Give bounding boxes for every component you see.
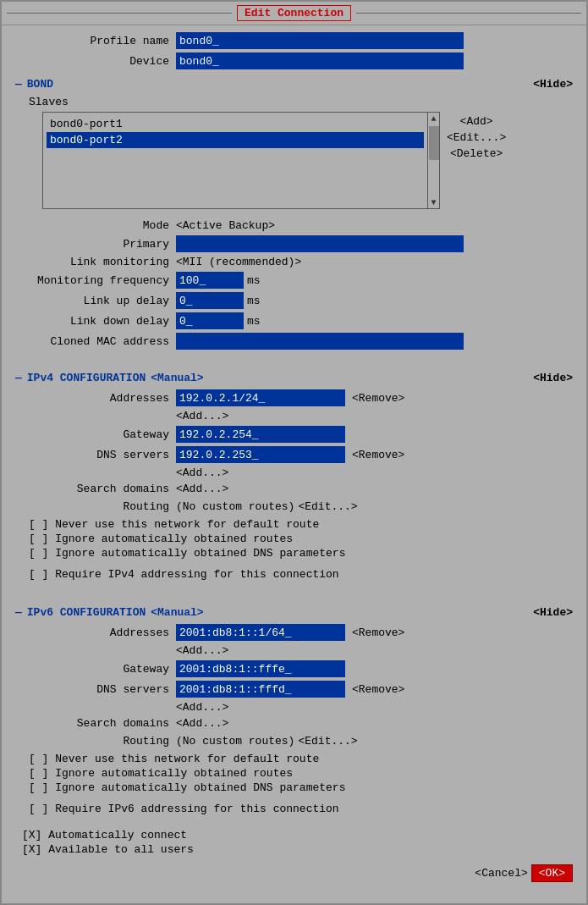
ipv4-label: IPv4 CONFIGURATION <box>27 372 146 384</box>
ipv4-addr-remove-btn[interactable]: <Remove> <box>352 392 404 405</box>
ipv6-cb1-label[interactable]: [ ] Never use this network for default r… <box>29 753 319 765</box>
ipv6-gateway-label: Gateway <box>15 663 176 676</box>
ipv4-add-dns-btn[interactable]: <Add...> <box>176 466 228 479</box>
ipv4-dns-remove-btn[interactable]: <Remove> <box>352 449 404 461</box>
ipv4-add-dns-row: <Add...> <box>15 466 573 479</box>
profile-name-value: bond0_ <box>179 35 219 47</box>
cloned-mac-row: Cloned MAC address <box>15 333 573 350</box>
cloned-mac-label: Cloned MAC address <box>15 335 176 348</box>
link-down-unit: ms <box>247 315 261 328</box>
ipv6-dns-remove-btn[interactable]: <Remove> <box>352 683 404 696</box>
scroll-up-arrow[interactable]: ▲ <box>428 113 440 124</box>
ipv6-cb3-label[interactable]: [ ] Ignore automatically obtained DNS pa… <box>29 781 345 794</box>
ipv4-cb2-label[interactable]: [ ] Ignore automatically obtained routes <box>29 533 293 545</box>
window-title: Edit Connection <box>237 5 351 21</box>
primary-label: Primary <box>15 238 176 251</box>
ipv6-dash: — <box>15 606 22 619</box>
scroll-down-arrow[interactable]: ▼ <box>428 196 440 208</box>
ipv4-search-btn[interactable]: <Add...> <box>176 483 228 495</box>
ipv4-search-row: Search domains <Add...> <box>15 483 573 495</box>
ipv4-dns-label: DNS servers <box>15 449 176 461</box>
bond-hide-btn[interactable]: <Hide> <box>533 78 573 91</box>
scrollbar[interactable]: ▲ ▼ <box>427 113 439 208</box>
ipv6-gateway-field[interactable]: 2001:db8:1::fffe_ <box>176 660 345 677</box>
slave-item-port1[interactable]: bond0-port1 <box>47 116 424 132</box>
profile-name-label: Profile name <box>15 35 176 47</box>
ipv6-addr-field[interactable]: 2001:db8:1::1/64_ <box>176 624 345 641</box>
scroll-thumb[interactable] <box>429 126 439 160</box>
ipv4-addr-label: Addresses <box>15 392 176 405</box>
device-field[interactable]: bond0_ <box>176 52 464 69</box>
ipv6-checkbox-3: [ ] Ignore automatically obtained DNS pa… <box>29 781 573 794</box>
ipv4-routing-row: Routing (No custom routes) <Edit...> <box>15 500 573 513</box>
title-bar-line-right <box>356 13 581 14</box>
ipv4-cb3-label[interactable]: [ ] Ignore automatically obtained DNS pa… <box>29 547 345 560</box>
ipv6-add-dns-row: <Add...> <box>15 701 573 714</box>
add-slave-btn[interactable]: <Add> <box>447 115 506 128</box>
ipv4-hide-btn[interactable]: <Hide> <box>533 372 573 384</box>
primary-field[interactable] <box>176 235 464 252</box>
ipv6-dns-row: DNS servers 2001:db8:1::fffd_ <Remove> <box>15 681 573 698</box>
available-users-label[interactable]: [X] Available to all users <box>22 843 194 856</box>
device-row: Device bond0_ <box>15 52 573 69</box>
monitoring-freq-field[interactable]: 100_ <box>176 272 244 289</box>
ipv6-require-label[interactable]: [ ] Require IPv6 addressing for this con… <box>29 803 339 815</box>
profile-name-field[interactable]: bond0_ <box>176 32 464 49</box>
ipv6-hide-btn[interactable]: <Hide> <box>533 606 573 619</box>
ipv6-addr-row: Addresses 2001:db8:1::1/64_ <Remove> <box>15 624 573 641</box>
slaves-buttons: <Add> <Edit...> <Delete> <box>440 112 513 163</box>
bottom-buttons: <Cancel> <OK> <box>15 858 573 886</box>
ipv6-method[interactable]: <Manual> <box>151 606 203 619</box>
ipv4-addr-field[interactable]: 192.0.2.1/24_ <box>176 389 345 406</box>
ipv4-gateway-value: 192.0.2.254_ <box>179 428 259 441</box>
ipv6-add-dns-btn[interactable]: <Add...> <box>176 701 228 714</box>
auto-connect-label[interactable]: [X] Automatically connect <box>22 829 187 842</box>
ipv6-routing-label: Routing <box>15 735 176 748</box>
ipv6-addr-remove-btn[interactable]: <Remove> <box>352 626 404 639</box>
ipv6-routing-edit[interactable]: <Edit...> <box>298 735 357 748</box>
ipv4-dns-field[interactable]: 192.0.2.253_ <box>176 446 345 463</box>
cloned-mac-field[interactable] <box>176 333 464 350</box>
ipv4-method[interactable]: <Manual> <box>151 372 203 384</box>
link-up-row: Link up delay 0_ ms <box>15 292 573 309</box>
ipv4-cb1-label[interactable]: [ ] Never use this network for default r… <box>29 518 319 531</box>
ipv4-gateway-field[interactable]: 192.0.2.254_ <box>176 426 345 443</box>
bond-section-header: — BOND <Hide> <box>15 78 573 91</box>
link-down-field[interactable]: 0_ <box>176 312 244 329</box>
ipv6-search-label: Search domains <box>15 717 176 730</box>
ipv4-gateway-row: Gateway 192.0.2.254_ <box>15 426 573 443</box>
mode-value[interactable]: <Active Backup> <box>176 219 275 232</box>
ipv6-cb2-label[interactable]: [ ] Ignore automatically obtained routes <box>29 767 293 780</box>
delete-slave-btn[interactable]: <Delete> <box>447 147 506 160</box>
ipv6-routing-row: Routing (No custom routes) <Edit...> <box>15 735 573 748</box>
ipv6-search-btn[interactable]: <Add...> <box>176 717 228 730</box>
slaves-box: bond0-port1 bond0-port2 ▲ ▼ <box>42 112 440 209</box>
monitoring-freq-label: Monitoring frequency <box>15 274 176 287</box>
monitoring-freq-value: 100_ <box>179 274 206 287</box>
ipv4-add-addr-row: <Add...> <box>15 410 573 422</box>
slave-item-port2[interactable]: bond0-port2 <box>47 132 424 148</box>
ok-button[interactable]: <OK> <box>531 864 573 882</box>
ipv6-gateway-row: Gateway 2001:db8:1::fffe_ <box>15 660 573 677</box>
ipv4-require-label[interactable]: [ ] Require IPv4 addressing for this con… <box>29 568 339 581</box>
ipv6-dns-field[interactable]: 2001:db8:1::fffd_ <box>176 681 345 698</box>
ipv4-checkbox-1: [ ] Never use this network for default r… <box>29 518 573 531</box>
link-up-unit: ms <box>247 295 261 307</box>
cancel-button[interactable]: <Cancel> <box>475 864 527 882</box>
divider-2 <box>15 582 573 593</box>
ipv6-checkbox-1: [ ] Never use this network for default r… <box>29 753 573 765</box>
ipv4-add-addr-btn[interactable]: <Add...> <box>176 410 228 422</box>
ipv4-gateway-label: Gateway <box>15 428 176 441</box>
main-window: Edit Connection Profile name bond0_ Devi… <box>0 0 588 905</box>
edit-slave-btn[interactable]: <Edit...> <box>447 131 506 144</box>
ipv6-search-row: Search domains <Add...> <box>15 717 573 730</box>
ipv4-search-label: Search domains <box>15 483 176 495</box>
ipv6-gateway-value: 2001:db8:1::fffe_ <box>179 663 292 676</box>
ipv4-routing-edit[interactable]: <Edit...> <box>298 500 357 513</box>
slaves-label: Slaves <box>29 96 573 108</box>
link-monitoring-value[interactable]: <MII (recommended)> <box>176 256 301 268</box>
ipv4-dash: — <box>15 372 22 384</box>
ipv6-add-addr-btn[interactable]: <Add...> <box>176 644 228 657</box>
link-up-field[interactable]: 0_ <box>176 292 244 309</box>
ipv4-require-row: [ ] Require IPv4 addressing for this con… <box>29 568 573 581</box>
